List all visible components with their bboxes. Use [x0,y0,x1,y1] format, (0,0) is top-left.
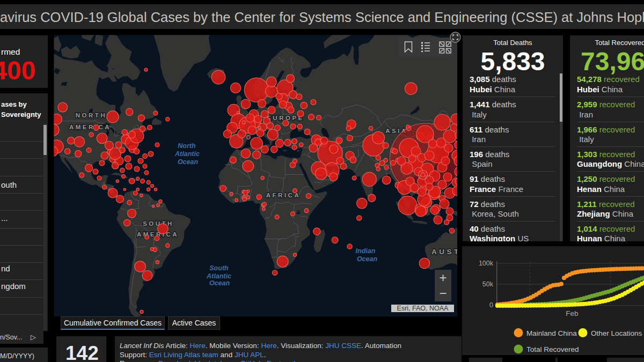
svg-text:Mainland China: Mainland China [526,329,577,337]
svg-text:Ocean: Ocean [357,255,378,263]
svg-text:Ocean: Ocean [209,279,230,287]
svg-text:50k: 50k [482,280,494,288]
svg-text:100k: 100k [479,260,494,267]
svg-text:0: 0 [489,301,493,309]
svg-text:North: North [178,142,196,150]
svg-text:Total Recovered: Total Recovered [526,345,579,353]
svg-text:Ocean: Ocean [178,158,199,166]
svg-text:Feb: Feb [566,309,578,317]
svg-text:Atlantic: Atlantic [206,272,231,280]
svg-text:Atlantic: Atlantic [174,150,200,158]
svg-text:Indian: Indian [356,247,376,255]
svg-text:Other Locations: Other Locations [591,329,642,337]
svg-text:NORTH: NORTH [76,112,107,119]
svg-text:AMERICA: AMERICA [69,124,111,130]
svg-text:South: South [209,264,229,272]
